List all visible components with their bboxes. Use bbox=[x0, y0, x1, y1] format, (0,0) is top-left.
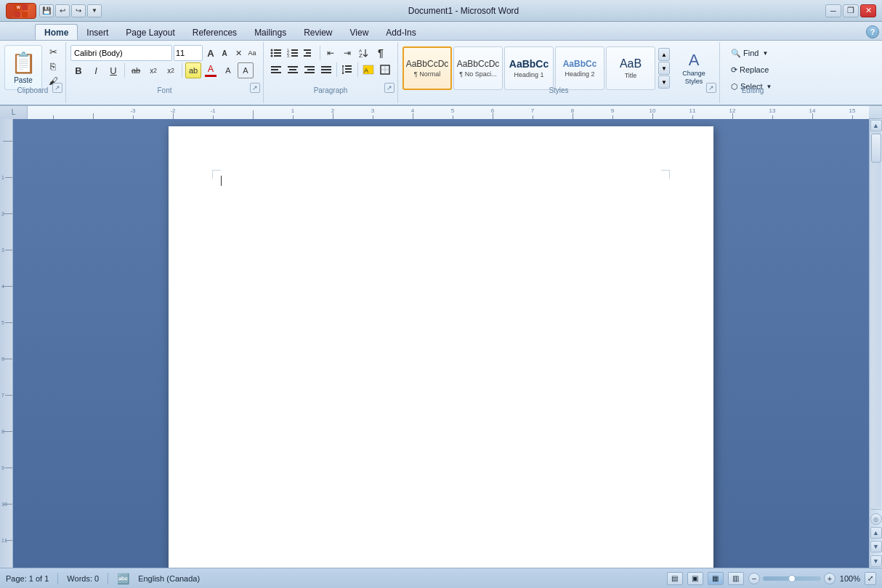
ruler-corner[interactable]: L bbox=[0, 106, 28, 119]
font-name-input[interactable] bbox=[70, 45, 172, 61]
save-btn[interactable]: 💾 bbox=[39, 4, 54, 17]
multilevel-list-button[interactable] bbox=[302, 45, 317, 61]
view-outline-btn[interactable]: ▥ bbox=[728, 572, 744, 585]
style-nospace[interactable]: AaBbCcDc ¶ No Spaci... bbox=[453, 46, 503, 90]
strikethrough-button[interactable]: ab bbox=[128, 62, 144, 78]
minimize-button[interactable]: ─ bbox=[825, 4, 841, 17]
view-print-btn[interactable]: ▦ bbox=[708, 572, 724, 585]
document-page[interactable] bbox=[169, 126, 713, 568]
find-button[interactable]: 🔍 Find ▼ bbox=[726, 45, 773, 61]
tab-addins[interactable]: Add-Ins bbox=[377, 24, 424, 40]
styles-scroll-down[interactable]: ▼ bbox=[658, 62, 670, 75]
justify-button[interactable] bbox=[318, 62, 334, 78]
clipboard-dialog-launcher[interactable]: ↗ bbox=[52, 83, 62, 93]
select-button[interactable]: ⬡ Select ▼ bbox=[726, 78, 777, 94]
italic-button[interactable]: I bbox=[88, 62, 104, 78]
font-size-input[interactable] bbox=[174, 45, 203, 61]
borders-button[interactable] bbox=[377, 62, 393, 78]
subscript-button[interactable]: x2 bbox=[145, 62, 161, 78]
scroll-select-browse-btn[interactable]: ◎ bbox=[870, 513, 882, 525]
tab-insert[interactable]: Insert bbox=[78, 24, 117, 40]
proofing-icon[interactable]: 🔤 bbox=[117, 573, 129, 584]
zoom-out-button[interactable]: − bbox=[748, 573, 760, 584]
scroll-up-button[interactable]: ▲ bbox=[870, 120, 882, 131]
svg-rect-35 bbox=[345, 68, 352, 70]
paragraph-dialog-launcher[interactable]: ↗ bbox=[384, 83, 395, 93]
grow-font-button[interactable]: A bbox=[204, 46, 217, 60]
decrease-indent-button[interactable]: ⇤ bbox=[323, 45, 339, 61]
align-left-button[interactable] bbox=[268, 62, 284, 78]
svg-rect-17 bbox=[304, 49, 311, 51]
customize-btn[interactable]: ▼ bbox=[87, 4, 102, 17]
svg-rect-34 bbox=[345, 65, 352, 67]
styles-more[interactable]: ▼ bbox=[658, 75, 670, 89]
office-button[interactable]: W bbox=[6, 3, 36, 19]
paste-button[interactable]: 📋 Paste bbox=[4, 45, 42, 90]
undo-btn[interactable]: ↩ bbox=[55, 4, 70, 17]
shrink-font-button[interactable]: A bbox=[218, 46, 231, 60]
tab-pagelayout[interactable]: Page Layout bbox=[117, 24, 183, 40]
paste-icon: 📋 bbox=[11, 51, 36, 75]
increase-indent-button[interactable]: ⇥ bbox=[339, 45, 355, 61]
font-row-1: A A ✕ Aa bbox=[70, 45, 259, 61]
replace-button[interactable]: ⟳ Replace bbox=[726, 62, 774, 78]
char-shading-button[interactable]: A bbox=[220, 62, 236, 78]
close-button[interactable]: ✕ bbox=[860, 4, 876, 17]
tab-home[interactable]: Home bbox=[35, 24, 78, 40]
tab-mailings[interactable]: Mailings bbox=[246, 24, 295, 40]
clear-format-button[interactable]: ✕ bbox=[232, 46, 245, 60]
document-area[interactable] bbox=[13, 119, 869, 568]
style-title[interactable]: AaB Title bbox=[606, 46, 655, 90]
copy-button[interactable]: ⎘ bbox=[45, 60, 61, 73]
char-border-button[interactable]: A bbox=[238, 62, 254, 78]
styles-dialog-launcher[interactable]: ↗ bbox=[706, 83, 716, 93]
align-right-button[interactable] bbox=[302, 62, 317, 78]
font-size-buttons: A A ✕ Aa bbox=[204, 46, 259, 60]
bullets-button[interactable] bbox=[268, 45, 284, 61]
style-heading2[interactable]: AaBbCc Heading 2 bbox=[555, 46, 604, 90]
scroll-next-btn[interactable]: ▼ bbox=[870, 541, 882, 552]
scroll-prev-btn[interactable]: ▲ bbox=[870, 527, 882, 539]
tab-view[interactable]: View bbox=[341, 24, 378, 40]
zoom-level[interactable]: 100% bbox=[840, 574, 860, 583]
style-normal-label: ¶ Normal bbox=[414, 70, 440, 78]
style-scroll-buttons: ▲ ▼ ▼ bbox=[658, 48, 670, 89]
numbering-button[interactable]: 1.2.3. bbox=[285, 45, 301, 61]
shading-button[interactable]: A bbox=[360, 62, 376, 78]
style-heading1[interactable]: AaBbCc Heading 1 bbox=[504, 46, 554, 90]
scroll-down-button[interactable]: ▼ bbox=[870, 555, 882, 567]
tab-review[interactable]: Review bbox=[295, 24, 341, 40]
help-button[interactable]: ? bbox=[866, 25, 879, 38]
underline-button[interactable]: U bbox=[105, 62, 121, 78]
sort-button[interactable]: AZ bbox=[356, 45, 372, 61]
zoom-fit-button[interactable]: ⤢ bbox=[865, 572, 876, 585]
highlight-button[interactable]: ab bbox=[185, 62, 201, 78]
zoom-in-button[interactable]: + bbox=[824, 573, 836, 584]
scroll-thumb[interactable] bbox=[871, 134, 881, 163]
status-right: ▤ ▣ ▦ ▥ − + 100% ⤢ bbox=[667, 572, 876, 585]
restore-button[interactable]: ❐ bbox=[843, 4, 859, 17]
change-case-button[interactable]: Aa bbox=[246, 46, 259, 60]
redo-btn[interactable]: ↪ bbox=[71, 4, 86, 17]
view-webLayout-btn[interactable]: ▣ bbox=[687, 572, 703, 585]
font-dialog-launcher[interactable]: ↗ bbox=[250, 83, 260, 93]
zoom-slider[interactable] bbox=[763, 576, 821, 581]
superscript-button[interactable]: x2 bbox=[163, 62, 179, 78]
font-section: A A ✕ Aa B I U ab x2 x2 ab A bbox=[66, 42, 264, 103]
bold-button[interactable]: B bbox=[70, 62, 86, 78]
scroll-track[interactable] bbox=[871, 132, 881, 507]
line-spacing-button[interactable] bbox=[339, 62, 355, 78]
zoom-thumb[interactable] bbox=[788, 575, 796, 582]
align-center-button[interactable] bbox=[285, 62, 301, 78]
language-indicator[interactable]: English (Canada) bbox=[138, 574, 200, 583]
cut-button[interactable]: ✂ bbox=[45, 45, 61, 59]
font-color-button[interactable]: A bbox=[203, 62, 219, 78]
view-normal-btn[interactable]: ▤ bbox=[667, 572, 683, 585]
svg-rect-23 bbox=[271, 69, 278, 70]
styles-section: AaBbCcDc ¶ Normal AaBbCcDc ¶ No Spaci...… bbox=[398, 42, 720, 103]
show-hide-button[interactable]: ¶ bbox=[373, 45, 389, 61]
style-normal[interactable]: AaBbCcDc ¶ Normal bbox=[402, 46, 452, 90]
tab-references[interactable]: References bbox=[184, 24, 246, 40]
page-corner-tr bbox=[661, 170, 670, 179]
styles-scroll-up[interactable]: ▲ bbox=[658, 48, 670, 61]
